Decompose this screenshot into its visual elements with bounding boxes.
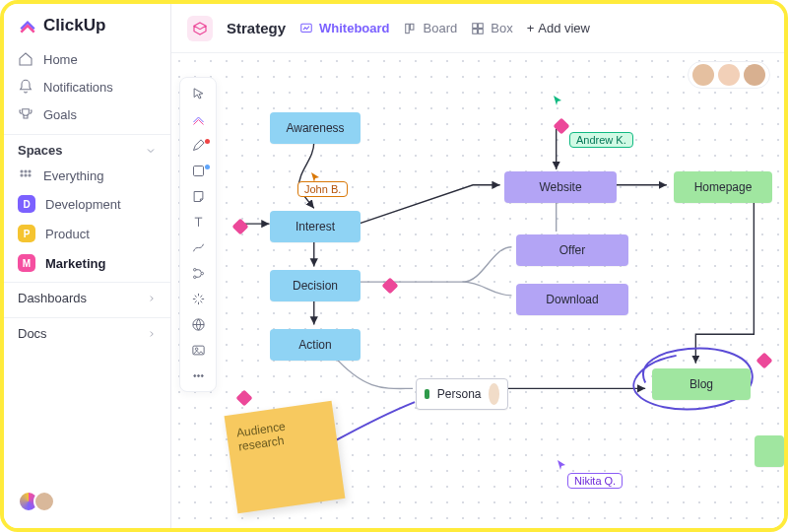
sidebar-item-label: Dashboards [18, 291, 87, 305]
svg-rect-13 [193, 166, 203, 175]
connector-handle[interactable] [554, 118, 570, 135]
sidebar-section-spaces[interactable]: Spaces [4, 134, 170, 162]
svg-point-22 [201, 374, 203, 376]
node-extra[interactable] [755, 435, 784, 467]
node-label: Homepage [694, 180, 753, 194]
branch-icon [191, 266, 206, 281]
svg-rect-7 [405, 24, 409, 33]
topbar: Strategy Whiteboard Board Box + Add view [171, 4, 784, 53]
sidebar-item-label: Goals [43, 107, 77, 122]
tool-note[interactable] [185, 186, 211, 206]
node-blog[interactable]: Blog [652, 368, 751, 400]
tool-image[interactable] [185, 340, 211, 360]
sidebar-item-dashboards[interactable]: Dashboards [4, 282, 170, 313]
sidebar-item-label: Everything [43, 168, 103, 183]
connector-handle[interactable] [232, 219, 249, 235]
cursor-icon [552, 93, 563, 108]
tab-whiteboard[interactable]: Whiteboard [299, 21, 390, 35]
home-icon [18, 51, 33, 67]
tool-shape[interactable] [185, 161, 211, 180]
grid-icon [18, 167, 33, 183]
tool-globe[interactable] [185, 314, 211, 334]
node-awareness[interactable]: Awareness [270, 112, 361, 144]
node-offer[interactable]: Offer [516, 234, 628, 266]
sidebar-item-notifications[interactable]: Notifications [4, 73, 170, 100]
sticky-note[interactable]: Audience research [225, 401, 346, 513]
node-website[interactable]: Website [504, 171, 617, 203]
image-icon [191, 343, 206, 358]
space-swatch: D [18, 195, 35, 213]
tab-box[interactable]: Box [471, 21, 512, 35]
node-label: Action [298, 338, 331, 352]
connector-icon [191, 240, 206, 255]
trophy-icon [18, 106, 33, 122]
connector-handle[interactable] [756, 353, 773, 369]
connector-handle[interactable] [236, 390, 253, 407]
tool-text[interactable] [185, 212, 211, 232]
sidebar-space-development[interactable]: D Development [4, 189, 170, 219]
svg-rect-9 [473, 23, 478, 28]
sticky-text: Audience research [235, 420, 287, 454]
svg-point-4 [25, 174, 27, 176]
tool-branch[interactable] [185, 263, 211, 283]
tool-magic[interactable] [185, 289, 211, 308]
avatar[interactable] [744, 64, 765, 86]
cursor-icon [556, 457, 567, 473]
text-icon [191, 215, 206, 230]
sidebar-space-product[interactable]: P Product [4, 219, 170, 248]
node-label: Website [539, 180, 581, 194]
tool-connector[interactable] [185, 237, 211, 257]
tool-clickup[interactable] [185, 109, 211, 129]
pen-icon [191, 138, 206, 153]
sidebar-space-marketing[interactable]: M Marketing [4, 248, 170, 278]
tool-pen[interactable] [185, 135, 211, 155]
node-persona[interactable]: Persona [416, 378, 508, 410]
collaborator-avatars[interactable] [688, 61, 770, 89]
sidebar-item-docs[interactable]: Docs [4, 317, 170, 349]
tab-label: Board [424, 21, 458, 35]
section-title: Spaces [18, 143, 63, 158]
svg-rect-8 [410, 24, 414, 30]
note-icon [191, 189, 206, 204]
svg-point-20 [193, 374, 195, 376]
node-homepage[interactable]: Homepage [674, 171, 772, 203]
svg-point-14 [193, 268, 196, 271]
sidebar-presence [4, 483, 170, 520]
chevron-right-icon [147, 329, 157, 339]
sidebar-item-goals[interactable]: Goals [4, 100, 170, 128]
sidebar-item-label: Home [43, 52, 78, 67]
node-decision[interactable]: Decision [270, 270, 361, 301]
sidebar-item-label: Development [45, 197, 121, 212]
node-download[interactable]: Download [516, 284, 628, 315]
avatar [489, 383, 499, 405]
sidebar-item-label: Product [45, 227, 90, 241]
tool-more[interactable] [185, 366, 211, 385]
node-action[interactable]: Action [270, 329, 361, 361]
node-interest[interactable]: Interest [270, 211, 361, 242]
node-label: Persona [437, 387, 482, 401]
svg-rect-12 [479, 29, 484, 33]
tool-pointer[interactable] [185, 84, 211, 103]
user-tag-john: John B. [297, 181, 348, 197]
tab-board[interactable]: Board [404, 21, 458, 35]
tool-palette [179, 77, 217, 392]
avatar[interactable] [718, 64, 740, 86]
whiteboard-icon [299, 22, 313, 35]
box-icon [471, 22, 485, 35]
sidebar-item-home[interactable]: Home [4, 45, 170, 73]
space-swatch: M [18, 254, 35, 272]
sidebar-item-everything[interactable]: Everything [4, 162, 170, 189]
svg-point-15 [193, 276, 196, 279]
bell-icon [18, 79, 33, 95]
space-swatch: P [18, 225, 35, 242]
clickup-icon [191, 112, 206, 127]
connector-handle[interactable] [382, 278, 399, 295]
whiteboard-canvas[interactable]: Awareness Interest Decision Action Websi… [171, 53, 784, 528]
svg-rect-10 [479, 23, 484, 28]
sidebar: ClickUp Home Notifications Goals Spaces … [4, 4, 171, 528]
avatar[interactable] [692, 64, 714, 86]
status-square-icon [425, 389, 429, 399]
avatar[interactable] [33, 491, 55, 512]
add-view-button[interactable]: + Add view [527, 21, 590, 35]
node-label: Offer [559, 243, 585, 257]
